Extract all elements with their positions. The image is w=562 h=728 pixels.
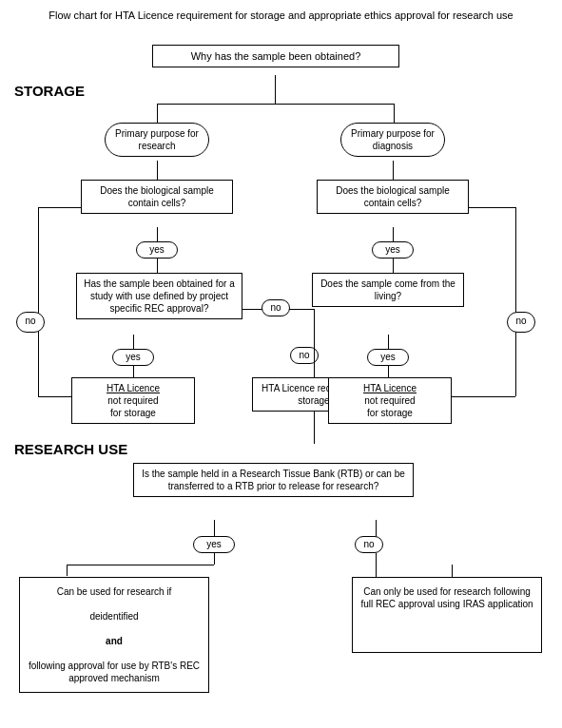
box-living: Does the sample come from the living? [312, 273, 464, 307]
label-yes-cells-left: yes [136, 241, 178, 259]
label-yes-living: yes [367, 349, 409, 366]
box-cells-right: Does the biological sample contain cells… [317, 180, 469, 214]
box-no-result: Can only be used for research following … [352, 577, 542, 653]
label-no-left: no [16, 312, 45, 333]
box-why-obtained: Why has the sample been obtained? [152, 45, 399, 67]
page-title: Flow chart for HTA Licence requirement f… [10, 10, 552, 21]
box-rtb: Is the sample held in a Research Tissue … [133, 463, 414, 497]
label-no-rec: no [262, 299, 290, 316]
box-study-rec: Has the sample been obtained for a study… [76, 273, 242, 319]
label-yes-cells-right: yes [372, 241, 414, 259]
label-yes-rtb: yes [193, 536, 235, 553]
label-no-right: no [507, 312, 535, 333]
box-cells-left: Does the biological sample contain cells… [81, 180, 233, 214]
box-primary-diagnosis: Primary purpose for diagnosis [340, 123, 445, 157]
box-primary-research: Primary purpose for research [105, 123, 209, 157]
box-hta-not-required-right: HTA Licence not required for storage [328, 377, 452, 424]
label-yes-rec: yes [112, 349, 154, 366]
label-no-rtb: no [355, 536, 383, 553]
box-hta-not-required-left: HTA Licence not required for storage [71, 377, 195, 424]
section-research-label: RESEARCH USE [14, 441, 127, 457]
section-storage-label: STORAGE [14, 83, 85, 99]
box-yes-result: Can be used for research if deidentified… [19, 577, 209, 693]
